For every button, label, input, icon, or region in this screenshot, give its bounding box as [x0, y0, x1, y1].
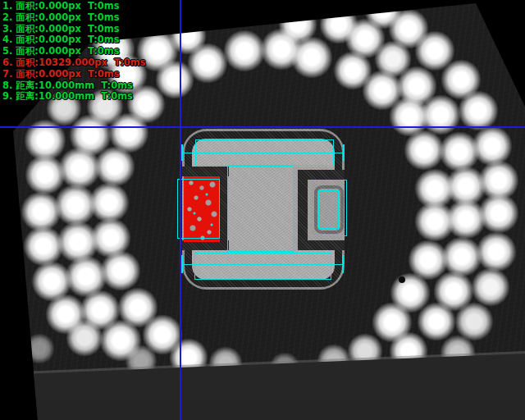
light-dot — [478, 193, 519, 234]
crosshair-horizontal-line[interactable] — [0, 126, 525, 128]
roi-center-core[interactable] — [227, 166, 294, 252]
light-dot — [471, 267, 510, 307]
light-dot — [372, 302, 413, 343]
readout-line: 5. 面积:0.000px T:0ms — [2, 46, 146, 57]
readout-line: 7. 面积:0.000px T:0ms — [2, 69, 146, 80]
readout-line: 4. 面积:0.000px T:0ms — [2, 34, 146, 46]
caliper-bottom-width-tick[interactable] — [342, 255, 344, 273]
roi-right-inner[interactable] — [318, 190, 339, 229]
caliper-top-width-tick[interactable] — [343, 144, 345, 161]
crosshair-vertical-line[interactable] — [180, 0, 181, 420]
readout-line: 9. 距离:10.000mm T:0ms — [2, 91, 146, 103]
light-dot — [476, 231, 517, 272]
readout-line: 2. 面积:0.000px T:0ms — [2, 12, 146, 24]
readout-line: 6. 面积:10329.000px T:0ms — [2, 57, 146, 69]
caliper-top-width[interactable] — [181, 153, 344, 153]
light-dot — [94, 146, 135, 187]
caliper-bottom-width-tick[interactable] — [181, 255, 183, 273]
light-dot — [100, 250, 141, 291]
defect-dot — [399, 276, 405, 283]
readout-line: 3. 面积:0.000px T:0ms — [2, 24, 146, 35]
measurement-readout: 1. 面积:0.000px T:0ms2. 面积:0.000px T:0ms3.… — [2, 1, 146, 103]
readout-line: 1. 面积:0.000px T:0ms — [2, 1, 146, 12]
light-dot — [290, 36, 333, 79]
roi-bottom-bar[interactable] — [194, 253, 331, 280]
roi-left-pad[interactable] — [177, 179, 220, 239]
light-dot — [66, 319, 103, 357]
light-dot — [24, 333, 55, 364]
caliper-top-width-tick[interactable] — [181, 144, 183, 161]
vision-inspection-viewport: 1. 面积:0.000px T:0ms2. 面积:0.000px T:0ms3.… — [0, 0, 525, 420]
caliper-bottom-width[interactable] — [181, 264, 343, 265]
